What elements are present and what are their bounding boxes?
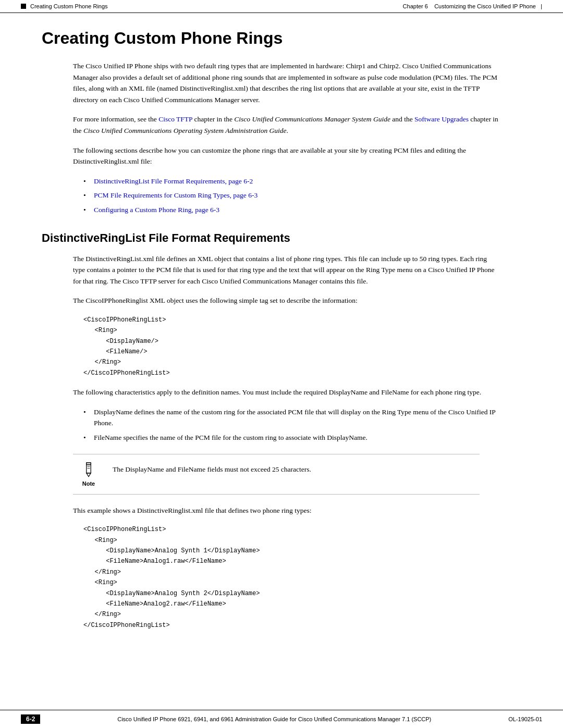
page-header: Creating Custom Phone Rings Chapter 6 Cu… bbox=[0, 0, 563, 13]
code-block-2: <CiscoIPPhoneRingList> <Ring> <DisplayNa… bbox=[83, 524, 500, 631]
cisco-tftp-link[interactable]: Cisco TFTP bbox=[158, 115, 192, 123]
header-right: Chapter 6 Customizing the Cisco Unified … bbox=[403, 3, 542, 9]
intro-paragraph: The Cisco Unified IP Phone ships with tw… bbox=[73, 60, 500, 105]
footer-right-text: OL-19025-01 bbox=[508, 716, 542, 722]
footer-center-text: Cisco Unified IP Phone 6921, 6941, and 6… bbox=[40, 716, 508, 722]
ref-text-3: and the bbox=[390, 115, 414, 123]
bullet-link-3[interactable]: Configuring a Custom Phone Ring, page 6-… bbox=[94, 206, 219, 214]
list-item: DistinctiveRingList File Format Requirem… bbox=[83, 176, 500, 187]
list-item: FileName specifies the name of the PCM f… bbox=[83, 432, 500, 443]
list-item: DisplayName defines the name of the cust… bbox=[83, 406, 500, 429]
ref-text-2: chapter in the bbox=[192, 115, 234, 123]
note-pencil-icon bbox=[80, 462, 97, 478]
section2-bullet-list: DisplayName defines the name of the cust… bbox=[83, 406, 500, 443]
cisco-ucm-os-guide: Cisco Unified Communications Operating S… bbox=[83, 127, 287, 134]
section2-para4: This example shows a DistinctiveRinglist… bbox=[73, 505, 500, 516]
cisco-ucm-system-guide: Cisco Unified Communications Manager Sys… bbox=[234, 115, 390, 123]
section2-para3: The following characteristics apply to t… bbox=[73, 387, 500, 398]
code-block-1: <CiscoIPPhoneRingList> <Ring> <DisplayNa… bbox=[83, 315, 500, 378]
list-item: PCM File Requirements for Custom Ring Ty… bbox=[83, 190, 500, 201]
page-footer: 6-2 Cisco Unified IP Phone 6921, 6941, a… bbox=[0, 710, 563, 728]
ref-text-1: For more information, see the bbox=[73, 115, 158, 123]
note-label: Note bbox=[82, 480, 95, 487]
svg-rect-5 bbox=[87, 462, 91, 464]
svg-marker-1 bbox=[87, 473, 91, 477]
bullet-link-1[interactable]: DistinctiveRingList File Format Requirem… bbox=[94, 177, 253, 185]
note-box: Note The DisplayName and FileName fields… bbox=[73, 454, 480, 495]
header-square-icon bbox=[21, 4, 26, 9]
page-title: Creating Custom Phone Rings bbox=[21, 29, 500, 48]
note-text: The DisplayName and FileName fields must… bbox=[113, 462, 311, 475]
header-section-label: Creating Custom Phone Rings bbox=[30, 3, 108, 9]
section-bullet-list: DistinctiveRingList File Format Requirem… bbox=[83, 176, 500, 216]
section2-para2: The CiscoIPPhoneRinglist XML object uses… bbox=[73, 295, 500, 306]
header-left: Creating Custom Phone Rings bbox=[21, 3, 108, 9]
footer-page-number: 6-2 bbox=[21, 714, 40, 724]
main-content: Creating Custom Phone Rings The Cisco Un… bbox=[0, 13, 563, 681]
bullet-link-2[interactable]: PCM File Requirements for Custom Ring Ty… bbox=[94, 191, 258, 199]
header-chapter-title: Customizing the Cisco Unified IP Phone bbox=[434, 3, 536, 9]
section2-heading: DistinctiveRingList File Format Requirem… bbox=[21, 231, 500, 245]
software-upgrades-link[interactable]: Software Upgrades bbox=[414, 115, 469, 123]
ref-text-5: . bbox=[287, 127, 288, 134]
reference-paragraph: For more information, see the Cisco TFTP… bbox=[73, 114, 500, 136]
section2-para1: The DistinctiveRingList.xml file defines… bbox=[73, 253, 500, 287]
list-item: Configuring a Custom Phone Ring, page 6-… bbox=[83, 204, 500, 216]
sections-intro: The following sections describe how you … bbox=[73, 145, 500, 167]
header-chapter-label: Chapter 6 bbox=[403, 3, 428, 9]
note-icon-area: Note bbox=[73, 462, 104, 487]
